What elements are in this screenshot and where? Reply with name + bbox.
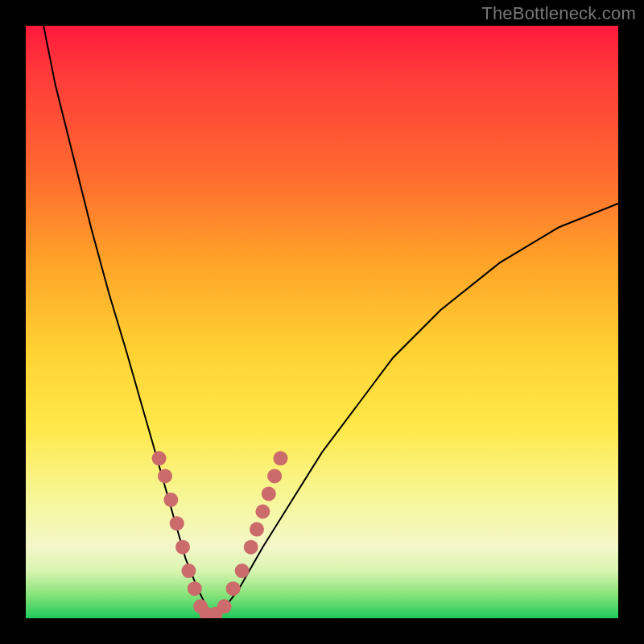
- marker-dot: [163, 493, 178, 507]
- marker-dot: [217, 599, 232, 613]
- watermark-text: TheBottleneck.com: [481, 3, 636, 24]
- marker-dot: [158, 469, 172, 483]
- marker-dot: [262, 486, 276, 501]
- marker-dot: [274, 451, 288, 465]
- curve-svg: [26, 26, 618, 618]
- marker-dot: [244, 540, 258, 555]
- marker-dot: [188, 581, 202, 596]
- marker-dot: [226, 581, 241, 596]
- plot-area: [26, 26, 618, 618]
- marker-dot: [267, 469, 282, 483]
- highlight-markers: [152, 451, 288, 618]
- marker-dot: [255, 505, 270, 519]
- chart-frame: TheBottleneck.com: [0, 0, 644, 644]
- bottleneck-curve: [43, 26, 618, 613]
- marker-dot: [250, 522, 264, 537]
- marker-dot: [175, 540, 190, 555]
- marker-dot: [152, 451, 167, 465]
- marker-dot: [181, 564, 196, 578]
- marker-dot: [235, 564, 250, 578]
- marker-dot: [170, 516, 184, 530]
